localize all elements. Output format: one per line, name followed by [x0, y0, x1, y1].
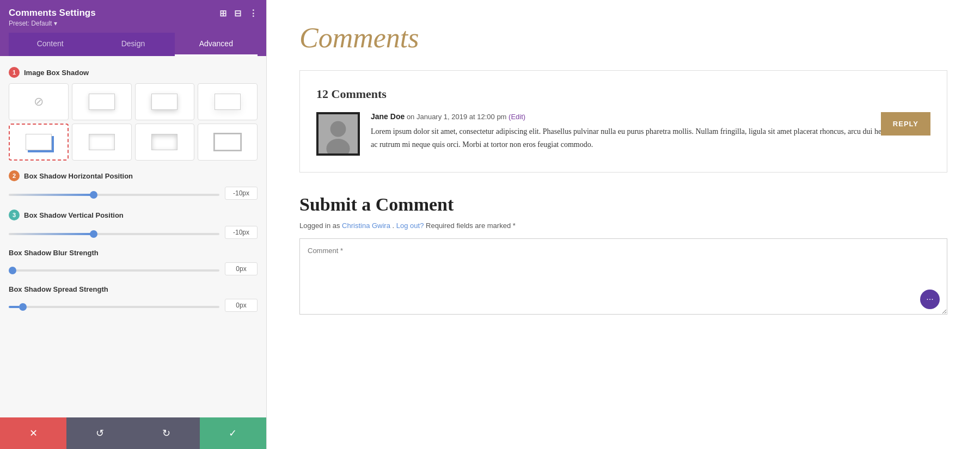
- blur-value[interactable]: 0px: [225, 262, 258, 275]
- comment-item: Jane Doe on January 1, 2019 at 12:00 pm …: [316, 112, 930, 156]
- logout-link[interactable]: Log out?: [396, 222, 424, 230]
- shadow-option-inset[interactable]: [72, 124, 132, 161]
- tabs: Content Design Advanced: [9, 33, 258, 56]
- horizontal-slider-row: -10px: [9, 187, 258, 200]
- blur-label: Box Shadow Blur Strength: [9, 249, 99, 257]
- comment-meta: Jane Doe on January 1, 2019 at 12:00 pm …: [371, 112, 930, 121]
- tab-content[interactable]: Content: [9, 33, 91, 56]
- comments-title: Comments: [299, 22, 947, 54]
- comment-text: Lorem ipsum dolor sit amet, consectetur …: [371, 125, 930, 151]
- blur-slider[interactable]: [9, 269, 219, 272]
- vertical-slider[interactable]: [9, 233, 219, 235]
- panel-title-row: Comments Settings ⊞ ⊟ ⋮: [9, 8, 258, 19]
- vertical-slider-container: [9, 227, 219, 237]
- panel-toolbar: ✕ ↺ ↻ ✓: [0, 417, 266, 449]
- comment-content: Jane Doe on January 1, 2019 at 12:00 pm …: [371, 112, 930, 151]
- shadow-option-light[interactable]: [72, 83, 132, 120]
- shadow-presets-grid: ⊘: [9, 83, 258, 161]
- undo-button[interactable]: ↺: [66, 417, 133, 449]
- shadow-option-none[interactable]: ⊘: [9, 83, 69, 120]
- comment-textarea[interactable]: [299, 238, 947, 315]
- spread-section: Box Shadow Spread Strength 0px: [9, 285, 258, 312]
- save-icon: ✓: [229, 427, 237, 439]
- shadow-option-outline[interactable]: [198, 124, 258, 161]
- required-text: Required fields are marked *: [426, 222, 516, 230]
- expand-icon[interactable]: ⊞: [219, 8, 226, 19]
- comment-author: Jane Doe: [371, 112, 405, 121]
- horizontal-value[interactable]: -10px: [225, 187, 258, 200]
- shadow-preview-light: [89, 94, 115, 110]
- blur-section: Box Shadow Blur Strength 0px: [9, 249, 258, 275]
- avatar-svg: [318, 112, 358, 156]
- image-box-shadow-label: Image Box Shadow: [24, 69, 89, 77]
- vertical-value[interactable]: -10px: [225, 226, 258, 239]
- left-panel: Comments Settings ⊞ ⊟ ⋮ Preset: Default …: [0, 0, 267, 449]
- vertical-position-section: 3 Box Shadow Vertical Position -10px: [9, 210, 258, 239]
- image-box-shadow-heading: 1 Image Box Shadow: [9, 67, 258, 78]
- badge-2: 2: [9, 170, 20, 181]
- horizontal-slider-container: [9, 188, 219, 198]
- reply-button[interactable]: REPLY: [881, 112, 930, 136]
- logged-in-text: Logged in as Christina Gwira . Log out? …: [299, 222, 947, 230]
- shadow-option-br[interactable]: [9, 124, 69, 161]
- logged-in-user[interactable]: Christina Gwira: [342, 222, 390, 230]
- vertical-heading: 3 Box Shadow Vertical Position: [9, 210, 258, 220]
- shadow-option-medium[interactable]: [135, 83, 195, 120]
- cancel-icon: ✕: [29, 427, 38, 439]
- badge-3: 3: [9, 210, 20, 220]
- shadow-preview-deep: [151, 134, 177, 150]
- vertical-label: Box Shadow Vertical Position: [24, 211, 124, 219]
- more-icon[interactable]: ⋮: [249, 8, 258, 19]
- panel-title-icons: ⊞ ⊟ ⋮: [219, 8, 258, 19]
- logged-in-prefix: Logged in as: [299, 222, 342, 230]
- horizontal-heading: 2 Box Shadow Horizontal Position: [9, 170, 258, 181]
- shadow-preview-inset: [89, 134, 115, 150]
- submit-comment-section: Submit a Comment Logged in as Christina …: [299, 194, 947, 317]
- shadow-preview-outline: [215, 134, 241, 150]
- chat-bubble-icon[interactable]: ···: [920, 290, 940, 309]
- right-panel: Comments 12 Comments Jane Doe on January…: [267, 0, 980, 449]
- vertical-slider-row: -10px: [9, 226, 258, 239]
- preset-text[interactable]: Preset: Default: [9, 20, 52, 27]
- cancel-button[interactable]: ✕: [0, 417, 66, 449]
- submit-heading: Submit a Comment: [299, 194, 947, 215]
- panel-title-text: Comments Settings: [9, 8, 96, 19]
- shadow-option-deep[interactable]: [135, 124, 195, 161]
- panel-body: 1 Image Box Shadow ⊘: [0, 56, 266, 417]
- spread-slider-container: [9, 300, 219, 310]
- blur-slider-container: [9, 264, 219, 274]
- preset-line: Preset: Default ▾: [9, 20, 258, 27]
- badge-1: 1: [9, 67, 20, 78]
- blur-heading: Box Shadow Blur Strength: [9, 249, 258, 257]
- comment-box: 12 Comments Jane Doe on January 1, 2019 …: [299, 70, 947, 173]
- spread-value[interactable]: 0px: [225, 299, 258, 312]
- horizontal-position-section: 2 Box Shadow Horizontal Position -10px: [9, 170, 258, 200]
- blur-slider-row: 0px: [9, 262, 258, 275]
- redo-button[interactable]: ↻: [133, 417, 200, 449]
- redo-icon: ↻: [162, 427, 170, 439]
- svg-point-1: [330, 121, 346, 137]
- spread-slider[interactable]: [9, 306, 219, 308]
- spread-heading: Box Shadow Spread Strength: [9, 285, 258, 293]
- comment-count: 12 Comments: [316, 87, 930, 101]
- shadow-preview-br: [26, 134, 52, 150]
- shadow-no-icon: ⊘: [34, 95, 44, 109]
- tab-design[interactable]: Design: [91, 33, 174, 56]
- undo-icon: ↺: [96, 427, 104, 439]
- spread-label: Box Shadow Spread Strength: [9, 285, 108, 293]
- logged-in-sep: .: [393, 222, 396, 230]
- tab-advanced[interactable]: Advanced: [175, 33, 258, 56]
- spread-slider-row: 0px: [9, 299, 258, 312]
- avatar: [316, 112, 360, 156]
- save-button[interactable]: ✓: [200, 417, 266, 449]
- shadow-preview-medium: [151, 94, 177, 110]
- horizontal-label: Box Shadow Horizontal Position: [24, 172, 133, 180]
- textarea-wrapper: ···: [299, 238, 947, 317]
- comment-date: on January 1, 2019 at 12:00 pm: [407, 113, 507, 121]
- split-icon[interactable]: ⊟: [234, 8, 241, 19]
- panel-header: Comments Settings ⊞ ⊟ ⋮ Preset: Default …: [0, 0, 266, 56]
- preset-chevron[interactable]: ▾: [54, 20, 57, 27]
- horizontal-slider[interactable]: [9, 194, 219, 196]
- comment-edit-link[interactable]: (Edit): [509, 113, 525, 121]
- shadow-option-large[interactable]: [198, 83, 258, 120]
